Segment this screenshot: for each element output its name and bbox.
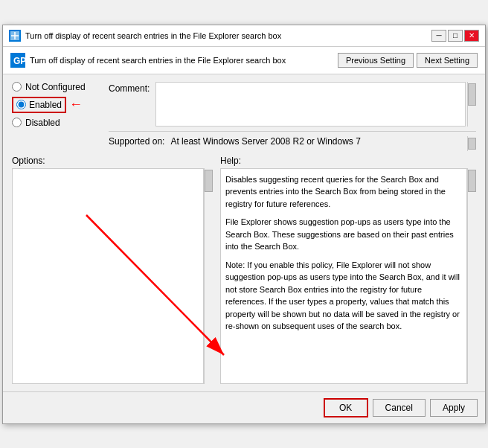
previous-setting-button[interactable]: Previous Setting <box>338 53 414 68</box>
next-setting-button[interactable]: Next Setting <box>417 53 478 68</box>
not-configured-radio[interactable] <box>12 82 22 92</box>
supported-label: Supported on: <box>109 136 164 147</box>
window-icon <box>9 30 21 42</box>
maximize-button[interactable]: □ <box>448 30 463 42</box>
comment-textarea[interactable] <box>155 82 466 127</box>
title-bar-controls: ─ □ ✕ <box>431 30 479 42</box>
help-label: Help: <box>220 156 476 166</box>
supported-scrollbar-thumb[interactable] <box>468 138 476 150</box>
comment-scrollbar <box>467 82 476 127</box>
help-scrollbar <box>467 168 476 384</box>
options-label: Options: <box>12 156 213 166</box>
comment-label: Comment: <box>109 82 150 94</box>
options-scrollbar <box>204 168 213 384</box>
supported-scrollbar <box>467 136 476 151</box>
not-configured-label: Not Configured <box>25 82 86 92</box>
content-area: Not Configured Enabled ← Disabled <box>3 74 485 391</box>
minimize-button[interactable]: ─ <box>431 30 446 42</box>
options-box <box>12 168 204 384</box>
help-panel: Help: Disables suggesting recent queries… <box>220 156 476 384</box>
title-bar: Turn off display of recent search entrie… <box>3 25 485 47</box>
radio-section: Not Configured Enabled ← Disabled <box>12 82 101 151</box>
comment-scrollbar-thumb[interactable] <box>468 83 476 106</box>
help-text-2: File Explorer shows suggestion pop-ups a… <box>225 216 462 253</box>
help-box: Disables suggesting recent queries for t… <box>220 168 467 384</box>
apply-button[interactable]: Apply <box>430 399 478 417</box>
header-left: GP Turn off display of recent search ent… <box>10 53 338 68</box>
enabled-radio[interactable] <box>16 100 26 109</box>
main-window: Turn off display of recent search entrie… <box>2 25 486 424</box>
svg-text:GP: GP <box>13 56 25 66</box>
disabled-radio[interactable] <box>12 118 22 127</box>
close-button[interactable]: ✕ <box>464 30 479 42</box>
options-scrollbar-thumb[interactable] <box>205 170 213 192</box>
policy-icon: GP <box>10 53 25 68</box>
title-bar-text: Turn off display of recent search entrie… <box>25 31 427 40</box>
footer: OK Cancel Apply <box>3 391 485 423</box>
header-bar: GP Turn off display of recent search ent… <box>3 47 485 74</box>
enabled-arrow: ← <box>69 97 83 112</box>
cancel-button[interactable]: Cancel <box>373 399 426 417</box>
disabled-label: Disabled <box>25 118 60 128</box>
help-scrollbar-thumb[interactable] <box>468 170 476 192</box>
supported-value: At least Windows Server 2008 R2 or Windo… <box>170 136 466 151</box>
help-text-3: Note: If you enable this policy, File Ex… <box>225 259 462 333</box>
options-panel: Options: <box>12 156 213 384</box>
enabled-option[interactable]: Enabled <box>12 97 66 113</box>
ok-button[interactable]: OK <box>324 398 368 417</box>
help-text-1: Disables suggesting recent queries for t… <box>225 173 462 211</box>
header-buttons: Previous Setting Next Setting <box>338 53 478 68</box>
disabled-option[interactable]: Disabled <box>12 118 101 128</box>
enabled-label: Enabled <box>29 100 62 110</box>
panels-area: Options: Help: Disables suggesting recen… <box>12 156 476 384</box>
not-configured-option[interactable]: Not Configured <box>12 82 101 92</box>
header-title: Turn off display of recent search entrie… <box>30 56 286 65</box>
